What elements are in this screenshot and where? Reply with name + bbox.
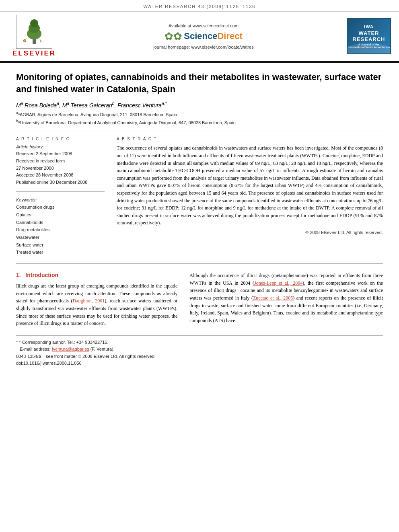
introduction-section: 1. Introduction Illicit drugs are the la… — [16, 272, 383, 327]
sd-leaves-icon: ✿✿ — [165, 30, 182, 43]
author-1: Ma Rosa Boledaa, — [16, 102, 62, 109]
affiliation-b: bᵇUniversity of Barcelona, Department of… — [16, 119, 383, 125]
issn-note: 0043-1354/$ – see front matter © 2008 El… — [16, 353, 383, 360]
journal-header: WATER RESEARCH 43 (2009) 1126–1136 — [0, 0, 399, 11]
published-date: Published online 30 December 2008 — [16, 179, 105, 186]
elsevier-tree-border: 🦁 🦌 — [16, 15, 52, 49]
svg-rect-0 — [33, 39, 36, 44]
affiliation-a: aᵃAGBAR, Aigües de Barcelona, Avinguda D… — [16, 111, 383, 117]
keyword-7: Treated water — [16, 249, 105, 256]
divider-1 — [16, 131, 383, 131]
journal-name: WATER RESEARCH 43 (2009) 1126–1136 — [144, 4, 256, 9]
article-info-heading: A R T I C L E I N F O — [16, 137, 105, 141]
keyword-6: Surface water — [16, 241, 105, 249]
article-info-column: A R T I C L E I N F O Article history: R… — [16, 137, 105, 256]
keyword-3: Cannabinoids — [16, 219, 105, 226]
section-1-title: 1. Introduction — [16, 272, 177, 278]
email-note: E-mail address: fventura@agbar.es (F. Ve… — [16, 346, 383, 353]
corresponding-author-note: * * Corresponding author. Tel.: +34 9334… — [16, 339, 383, 346]
author-2: Ma Teresa Galceranb, — [62, 102, 117, 109]
doi-note: doi:10.1016/j.watres.2008.11.056 — [16, 360, 383, 367]
history-label: Article history: — [16, 144, 105, 149]
accepted-date: Accepted 28 November 2008 — [16, 172, 105, 179]
article-info-abstract-section: A R T I C L E I N F O Article history: R… — [16, 137, 383, 256]
elsevier-logo: 🦁 🦌 ELSEVIER — [8, 15, 60, 58]
center-journal-info: Available at www.sciencedirect.com ✿✿ Sc… — [60, 23, 347, 49]
journal-banner: 🦁 🦌 ELSEVIER Available at www.sciencedir… — [0, 11, 399, 61]
link-jones-lepp[interactable]: Jones-Lepp et al., 2004 — [254, 280, 302, 286]
received-revised-label: Received in revised form — [16, 158, 105, 165]
water-research-label: WATERRESEARCH — [353, 30, 385, 42]
elsevier-label: ELSEVIER — [12, 49, 56, 58]
abstract-text: The occurrence of several opiates and ca… — [117, 144, 383, 227]
available-text: Available at www.sciencedirect.com — [60, 23, 347, 28]
section-title-text: Introduction — [25, 272, 58, 278]
abstract-heading: A B S T R A C T — [117, 137, 383, 141]
keyword-1: Consumption drugs — [16, 203, 105, 211]
email-link[interactable]: fventura@agbar.es — [52, 347, 89, 351]
sciencedirect-logo: ✿✿ ScienceDirect — [60, 30, 347, 43]
intro-right-column: Although the occurrence of illicit drugs… — [189, 272, 383, 327]
intro-left-column: 1. Introduction Illicit drugs are the la… — [16, 272, 177, 327]
sd-text: ScienceDirect — [184, 31, 243, 41]
iwa-label: IWA — [364, 24, 374, 29]
svg-text:🦁: 🦁 — [23, 39, 27, 43]
svg-point-3 — [30, 19, 38, 27]
authors: Ma Rosa Boledaa, Ma Teresa Galceranb, Fr… — [16, 101, 383, 109]
footnotes-section: * * Corresponding author. Tel.: +34 9334… — [16, 335, 383, 367]
received-date: Received 2 September 2008 — [16, 150, 105, 158]
article-title: Monitoring of opiates, cannabinoids and … — [16, 71, 383, 95]
keyword-4: Drug metabolites — [16, 226, 105, 234]
elsevier-tree-icon: 🦁 🦌 — [18, 17, 50, 45]
copyright-notice: © 2008 Elsevier Ltd. All rights reserved… — [117, 230, 383, 235]
received-revised-date: 27 November 2008 — [16, 165, 105, 172]
main-content: Monitoring of opiates, cannabinoids and … — [0, 63, 399, 379]
keywords-label: Keywords: — [16, 197, 105, 202]
divider-keywords — [16, 191, 105, 192]
author-3: Francesc Venturaa,* — [117, 102, 167, 109]
intro-right-text: Although the occurrence of illicit drugs… — [189, 272, 383, 324]
svg-text:🦌: 🦌 — [39, 39, 43, 43]
divider-2 — [16, 263, 383, 264]
keywords-group: Keywords: Consumption drugs Opiates Cann… — [16, 197, 105, 256]
keyword-5: Wastewater — [16, 234, 105, 241]
homepage-text: journal homepage: www.elsevier.com/locat… — [60, 45, 347, 49]
water-research-logo: IWA WATERRESEARCH A Journal of theIntern… — [347, 18, 391, 54]
link-daughton[interactable]: Daughton, 2001 — [72, 298, 105, 304]
abstract-column: A B S T R A C T The occurrence of severa… — [117, 137, 383, 256]
wave-decoration — [348, 43, 390, 53]
link-zuccato[interactable]: Zuccato et al., 2005 — [253, 295, 293, 301]
intro-left-text: Illicit drugs are the latest group of em… — [16, 282, 177, 327]
article-history-group: Article history: Received 2 September 20… — [16, 144, 105, 186]
section-number: 1. — [16, 272, 21, 278]
keyword-2: Opiates — [16, 211, 105, 219]
